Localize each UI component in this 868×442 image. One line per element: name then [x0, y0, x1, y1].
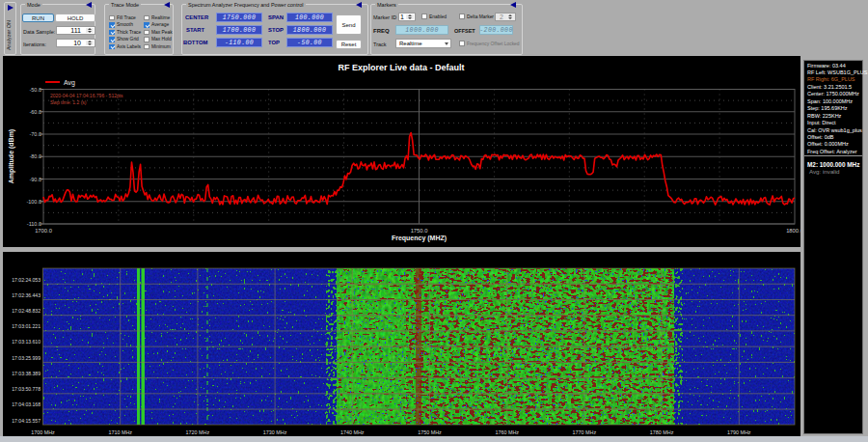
svg-text:1800.0: 1800.0 — [786, 228, 800, 234]
svg-text:17:03:01.221: 17:03:01.221 — [12, 323, 41, 329]
svg-text:2020-04-04 17:04:16.796 - 5: 2020-04-04 17:04:16.796 - 512pts — [50, 93, 123, 98]
svg-text:Amplitude (dBm): Amplitude (dBm) — [8, 129, 15, 183]
svg-text:-100.0: -100.0 — [26, 199, 41, 205]
svg-text:1780 MHz: 1780 MHz — [650, 429, 674, 435]
svg-text:1700 MHz: 1700 MHz — [31, 429, 55, 435]
svg-text:1790 MHz: 1790 MHz — [727, 429, 751, 435]
svg-text:17:03:38.389: 17:03:38.389 — [12, 371, 41, 376]
svg-text:17:02:24.053: 17:02:24.053 — [12, 277, 41, 283]
svg-text:17:04:03.168: 17:04:03.168 — [12, 401, 41, 407]
svg-text:Avg: Avg — [64, 79, 75, 87]
svg-text:1700.0: 1700.0 — [35, 228, 52, 234]
svg-text:17:03:50.778: 17:03:50.778 — [12, 386, 41, 392]
svg-text:RF Explorer Live data - Defaul: RF Explorer Live data - Default — [338, 63, 464, 72]
svg-text:1710 MHz: 1710 MHz — [108, 429, 132, 435]
svg-text:-110.0: -110.0 — [27, 221, 41, 227]
svg-text:1750 MHz: 1750 MHz — [418, 429, 442, 435]
svg-text:1740 MHz: 1740 MHz — [340, 429, 365, 435]
svg-text:17:02:36.443: 17:02:36.443 — [12, 292, 41, 298]
svg-text:Frequency (MHZ): Frequency (MHZ) — [392, 235, 447, 242]
svg-text:1760 MHz: 1760 MHz — [495, 429, 519, 435]
svg-text:1770 MHz: 1770 MHz — [573, 429, 597, 435]
svg-text:Swp time: 1.2 (s): Swp time: 1.2 (s) — [50, 99, 87, 105]
svg-text:17:03:25.999: 17:03:25.999 — [12, 355, 41, 361]
svg-text:1730 MHz: 1730 MHz — [263, 429, 287, 435]
svg-text:17:02:48.832: 17:02:48.832 — [12, 308, 41, 314]
svg-text:17:03:13.610: 17:03:13.610 — [12, 339, 41, 345]
svg-text:1720 MHz: 1720 MHz — [186, 429, 210, 435]
svg-text:17:04:15.557: 17:04:15.557 — [12, 418, 41, 424]
svg-text:1750.0: 1750.0 — [411, 228, 428, 234]
